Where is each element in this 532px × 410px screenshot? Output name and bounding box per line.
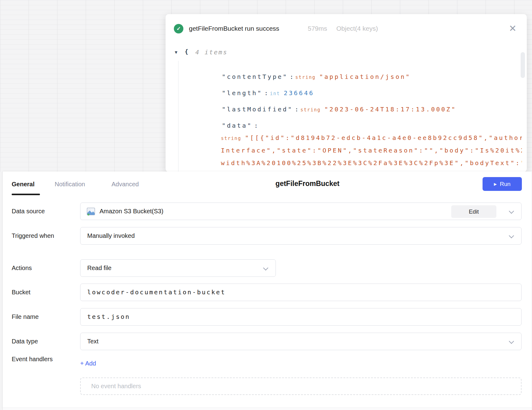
bucket-label: Bucket <box>12 284 30 301</box>
run-duration: 579ms <box>308 25 327 32</box>
json-key: "length" <box>222 89 262 97</box>
play-icon: ▶ <box>494 182 497 186</box>
json-data-string-line: width%3A%20100%25%3B%22%3E%3C%2Fa%3E%3C%… <box>190 152 522 173</box>
data-source-value: Amazon S3 Bucket(S3) <box>100 203 163 220</box>
json-indent-guide <box>178 61 178 173</box>
chevron-down-icon[interactable] <box>509 209 514 214</box>
add-event-handler-button[interactable]: + Add <box>80 359 96 368</box>
triggered-when-select[interactable]: Manually invoked <box>80 227 522 245</box>
run-result-header: ✓ getFileFromBucket run success 579ms Ob… <box>166 14 527 43</box>
query-title: getFileFromBucket <box>215 180 400 188</box>
run-result-title: getFileFromBucket run success <box>189 25 279 32</box>
json-type-label: string <box>300 107 321 113</box>
file-name-label: File name <box>12 308 39 326</box>
json-items-count: 4 items <box>195 48 228 56</box>
popup-scrollbar-thumb[interactable] <box>521 52 525 78</box>
collapse-triangle-icon[interactable]: ▼ <box>175 50 177 55</box>
data-source-label: Data source <box>12 203 45 220</box>
json-result-viewer: ▼ { 4 items "contentType":string"applica… <box>166 43 522 173</box>
chevron-down-icon[interactable] <box>509 233 514 238</box>
run-button[interactable]: ▶ Run <box>483 177 522 191</box>
file-name-input[interactable]: test.json <box>80 308 522 326</box>
json-type-label: string <box>295 75 315 80</box>
run-button-label: Run <box>500 181 510 188</box>
chevron-down-icon[interactable] <box>263 265 268 271</box>
tab-general[interactable]: General <box>12 179 34 189</box>
json-open-brace: { <box>185 48 190 55</box>
chevron-down-icon[interactable] <box>509 339 514 344</box>
result-summary: Object(4 keys) <box>336 25 378 32</box>
tab-advanced[interactable]: Advanced <box>111 179 139 189</box>
data-type-value: Text <box>87 338 99 345</box>
triggered-when-value: Manually invoked <box>87 232 135 239</box>
json-value: "2023-06-24T18:17:13.000Z" <box>324 106 456 113</box>
actions-value: Read file <box>87 265 111 271</box>
json-colon: : <box>290 73 293 80</box>
success-check-icon: ✓ <box>174 24 183 33</box>
triggered-when-label: Triggered when <box>12 227 54 245</box>
run-result-popup: ✓ getFileFromBucket run success 579ms Ob… <box>166 14 527 172</box>
data-source-select[interactable]: Amazon S3 Bucket(S3) Edit <box>80 203 522 220</box>
data-type-select[interactable]: Text <box>80 333 522 350</box>
json-colon: : <box>295 106 299 113</box>
json-key: "contentType" <box>222 73 288 80</box>
json-colon: : <box>264 89 268 97</box>
json-key: "lastModified" <box>222 106 293 113</box>
actions-label: Actions <box>12 259 32 277</box>
json-type-label: int <box>270 91 280 96</box>
no-event-handlers-box: No event handlers <box>80 377 522 395</box>
json-value: "application/json" <box>319 73 411 80</box>
query-config-panel: General Notification Advanced getFileFro… <box>2 172 532 410</box>
tab-notification[interactable]: Notification <box>55 179 85 189</box>
event-handlers-label: Event handlers <box>12 354 53 364</box>
data-type-label: Data type <box>12 333 38 350</box>
actions-select[interactable]: Read file <box>80 259 276 277</box>
json-value: width%3A%20100%25%3B%22%3E%3C%2Fa%3E%3C%… <box>221 159 522 167</box>
close-icon[interactable]: ✕ <box>506 21 519 35</box>
json-value: 236646 <box>284 89 314 97</box>
edit-datasource-button[interactable]: Edit <box>451 205 496 218</box>
active-tab-underline <box>12 194 40 195</box>
s3-datasource-icon <box>87 207 95 216</box>
panel-bottom-divider <box>3 408 532 410</box>
bucket-input[interactable]: lowcoder-documentation-bucket <box>80 284 522 301</box>
